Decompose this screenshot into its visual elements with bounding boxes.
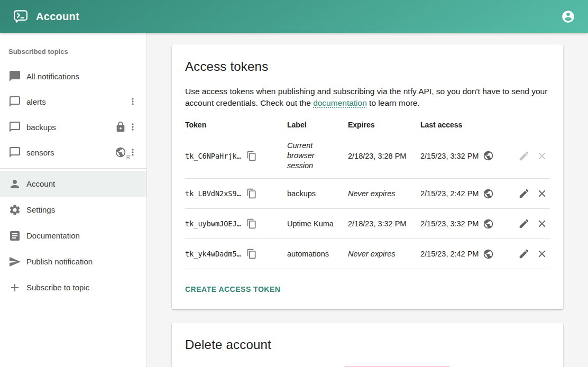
chat-outline-icon: [8, 146, 21, 159]
chat-filled-icon: [8, 70, 21, 82]
token-label: automations: [287, 249, 348, 259]
access-tokens-title: Access tokens: [185, 58, 550, 75]
sidebar-item-label: Settings: [26, 205, 139, 214]
table-row: tk_uybwmJOEJ… Uptime Kuma 2/18/23, 3:32 …: [185, 209, 550, 239]
token-expires: Never expires: [348, 189, 420, 198]
table-row: tk_yk4wDadm5… automations Never expires …: [185, 239, 550, 269]
token-last-access: 2/15/23, 3:32 PM: [420, 152, 479, 160]
token-label: Current browser session: [287, 141, 348, 171]
token-last-access: 2/15/23, 2:42 PM: [420, 250, 479, 258]
edit-token-icon[interactable]: [517, 187, 531, 200]
copy-icon[interactable]: [244, 216, 259, 231]
account-circle-icon[interactable]: [558, 6, 578, 27]
sidebar-item-settings[interactable]: Settings: [0, 197, 146, 223]
sidebar-item-backups[interactable]: backups: [0, 114, 146, 140]
column-header-last-access: Last access: [420, 121, 500, 129]
sidebar-item-sensors[interactable]: sensors R: [0, 140, 146, 165]
token-value: tk_yk4wDadm5…: [185, 250, 241, 258]
sidebar-item-label: Subscribe to topic: [26, 283, 139, 292]
token-value: tk_LBVdN2xS9…: [185, 189, 241, 198]
origin-globe-icon: [483, 188, 494, 199]
sidebar-item-label: alerts: [26, 97, 126, 106]
delete-account-card: Delete account Delete account Permanentl…: [172, 323, 563, 367]
token-expires: 2/18/23, 3:28 PM: [348, 152, 420, 160]
delete-account-title: Delete account: [185, 336, 550, 353]
chat-outline-icon: [8, 95, 21, 108]
reserved-globe-icon: R: [115, 146, 126, 158]
documentation-link[interactable]: documentation: [313, 98, 367, 107]
sidebar-item-label: Account: [26, 179, 139, 188]
table-row: tk_C6NPaHrjk… Current browser session 2/…: [185, 133, 550, 179]
ntfy-logo-icon: [13, 8, 29, 24]
copy-icon[interactable]: [244, 149, 259, 163]
send-icon: [8, 255, 21, 268]
topic-menu-icon[interactable]: [126, 95, 139, 108]
sidebar-item-subscribe-to-topic[interactable]: Subscribe to topic: [0, 274, 146, 300]
sidebar-item-label: backups: [26, 123, 111, 132]
delete-token-icon: [535, 149, 549, 163]
person-icon: [8, 178, 21, 190]
sidebar-item-label: Documentation: [26, 231, 139, 240]
main-content: Access tokens Use access tokens when pub…: [147, 33, 588, 367]
copy-icon[interactable]: [244, 246, 259, 261]
page-title: Account: [36, 11, 79, 23]
token-value: tk_uybwmJOEJ…: [185, 219, 241, 228]
sidebar-item-label: sensors: [26, 148, 111, 157]
token-expires: Never expires: [348, 250, 420, 258]
delete-token-icon[interactable]: [535, 247, 549, 261]
delete-token-icon[interactable]: [535, 217, 549, 231]
edit-token-icon[interactable]: [517, 217, 531, 231]
app-header: Account: [0, 0, 588, 33]
chat-outline-icon: [8, 121, 21, 133]
create-access-token-button[interactable]: CREATE ACCESS TOKEN: [185, 283, 280, 296]
sidebar-item-label: Publish notification: [26, 257, 139, 266]
origin-globe-icon: [483, 218, 494, 230]
token-value: tk_C6NPaHrjk…: [185, 152, 241, 160]
delete-token-icon[interactable]: [535, 187, 549, 200]
token-label: backups: [287, 189, 348, 199]
sidebar-item-alerts[interactable]: alerts: [0, 89, 146, 114]
reserved-badge: R: [126, 154, 130, 160]
topic-menu-icon[interactable]: [126, 121, 139, 133]
plus-icon: [8, 281, 21, 294]
copy-icon[interactable]: [244, 186, 259, 201]
sidebar: Subscribed topics All notifications aler…: [0, 33, 147, 367]
gear-icon: [8, 204, 21, 216]
tokens-table: Token Label Expires Last access tk_C6NPa…: [185, 121, 550, 269]
tokens-table-header: Token Label Expires Last access: [185, 121, 550, 133]
article-icon: [8, 230, 21, 242]
origin-globe-icon: [483, 150, 494, 161]
lock-icon: [115, 121, 126, 133]
subscribed-topics-heading: Subscribed topics: [0, 33, 146, 63]
token-last-access: 2/15/23, 3:32 PM: [420, 219, 479, 228]
origin-globe-icon: [483, 249, 494, 260]
column-header-expires: Expires: [348, 121, 420, 129]
edit-token-icon[interactable]: [517, 247, 531, 261]
sidebar-item-account[interactable]: Account: [0, 171, 146, 197]
column-header-token: Token: [185, 121, 287, 129]
sidebar-item-documentation[interactable]: Documentation: [0, 223, 146, 249]
sidebar-item-all-notifications[interactable]: All notifications: [0, 63, 146, 89]
token-expires: 2/18/23, 3:32 PM: [348, 219, 420, 228]
token-last-access: 2/15/23, 2:42 PM: [420, 189, 479, 198]
sidebar-item-publish-notification[interactable]: Publish notification: [0, 249, 146, 274]
column-header-label: Label: [287, 121, 348, 129]
sidebar-divider: [0, 168, 146, 169]
sidebar-item-label: All notifications: [26, 72, 139, 81]
edit-token-icon: [517, 149, 531, 163]
access-tokens-card: Access tokens Use access tokens when pub…: [172, 44, 563, 309]
table-row: tk_LBVdN2xS9… backups Never expires 2/15…: [185, 179, 550, 209]
access-tokens-description: Use access tokens when publishing and su…: [185, 86, 550, 109]
token-label: Uptime Kuma: [287, 219, 348, 229]
